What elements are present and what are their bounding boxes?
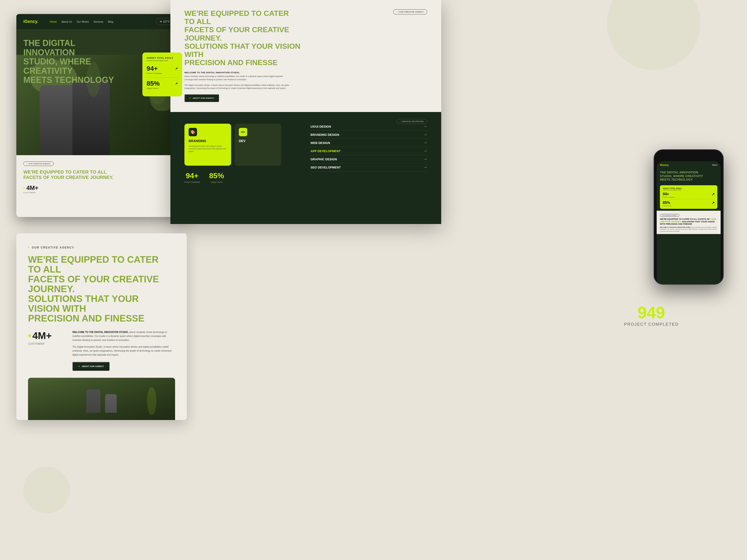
about-heading-highlight: YOUR CREATIVE JOURNEY. [51,175,113,180]
large-stat-number: 949 [591,303,712,322]
service-item-5[interactable]: GRAPHIC DESIGN → [310,155,427,163]
nav-blog[interactable]: Blog [108,20,113,23]
bg-circle-1 [607,0,700,70]
hero-title-line2: STUDIO, [23,57,57,66]
phone-clients-value: 85% [663,201,670,205]
dev-icon: </> [239,128,247,136]
bottom-left-window: OUR CREATIVE AGENCY WE'RE EQUIPPED TO CA… [16,233,187,420]
nav-home[interactable]: Home [50,20,57,23]
phone-menu-label[interactable]: Menu [712,164,717,166]
center-agency-tag[interactable]: • OUR CREATIVE AGENCY [393,9,427,15]
main-heading-l1: WE'RE EQUIPPED TO CATER TO ALL [28,254,158,274]
stat-4m-block: • 4M+ [28,330,66,341]
service-arrow-1: → [423,124,427,129]
main-heading-l3: SOLUTIONS THAT YOUR VISION WITH [28,294,139,314]
large-stat-label: Project Completed [591,322,712,327]
center-heading-l4: PRECISION AND FINESSE [184,58,278,67]
stat-dot: • [23,185,25,191]
service-arrow-5: → [423,157,427,161]
about-bold-intro: WELCOME TO THE DIGITAL INNOVATION STUDIO… [72,331,129,334]
about-section-left: • OUR CREATIVE AGENCY WE'RE EQUIPPED TO … [16,155,187,217]
stats-card-subtitle: A future-focused digital studio [147,60,178,61]
branding-title: BRANDING [189,139,227,143]
service-cards: 🎨 BRANDING harnessing the power technolo… [184,124,301,166]
center-heading-l2: FACETS OF [184,25,227,34]
cta-label: ABOUT OUR AGENCY [82,365,104,368]
hero-title: THE DIGITAL INNOVATION STUDIO, WHERE CRE… [23,38,117,85]
phone-hero-title: THE DIGITAL INNOVATION STUDIO, WHERE CRE… [660,170,717,182]
main-big-heading: WE'RE EQUIPPED TO CATER TO ALL FACETS OF… [28,255,173,323]
email-icon: ✉ [160,20,162,23]
stat-big-projects-num: 94+ [184,171,200,180]
services-layout: 🎨 BRANDING harnessing the power technolo… [184,119,427,183]
stats-card-title: AGENCY TOTAL GOALS [147,57,178,59]
service-list: UX/UI DESIGN → BRANDING DESIGN → WEB DES… [310,123,427,171]
phone-screen: iGency. Menu THE DIGITAL INNOVATION STUD… [656,161,721,285]
service-arrow-4: → [423,149,427,153]
dev-title: DEV [239,139,277,143]
center-heading-l1: WE'RE EQUIPPED TO CATER TO ALL [184,9,289,26]
about-columns: • 4M+ CUSTOMER WELCOME TO THE DIGITAL IN… [28,330,175,371]
center-body: WELCOME TO THE DIGITAL INNOVATION STUDIO… [184,72,292,90]
service-label-4: APP DEVELOPMENT [310,149,341,153]
stat-big-clients-num: 85% [209,171,224,180]
hero-text: THE DIGITAL INNOVATION STUDIO, WHERE CRE… [23,38,117,85]
bullet-icon: • [26,163,27,165]
phone-stats-sub: A future-focused digital studio [663,189,715,191]
about-para-1: WELCOME TO THE DIGITAL INNOVATION STUDIO… [72,330,175,342]
stats-card: AGENCY TOTAL GOALS A future-focused digi… [143,53,182,96]
nav-services[interactable]: Services [94,20,103,23]
phone-about-bold: WELCOME TO THE DIGITAL INNOVATION STUDIO… [660,226,691,228]
our-creative-agency-tag: • OUR CREATIVE AGENCY [23,161,54,166]
service-item-2[interactable]: BRANDING DESIGN → [310,131,427,139]
stats-row: 94+ Project Completed 85% Happy Clients [184,171,301,183]
phone-notch [677,155,700,159]
about-agency-button[interactable]: ↗ ABOUT OUR AGENCY [184,94,219,102]
nav-about[interactable]: About Us [61,20,72,23]
office-plant [147,387,156,415]
branding-icon: 🎨 [189,128,197,136]
dev-icon-label: </> [241,130,245,134]
stat-customers-label: CUSTOMER [23,192,180,194]
stat-clients-big: 85% Happy Clients [209,171,224,183]
about-heading-line2: FACETS OF [23,175,50,180]
phone-navbar: iGency. Menu [656,161,721,169]
phone-stat-projects: 94+ ↗ Project Completed [663,192,715,198]
service-item-6[interactable]: SEO DEVELOPMENT → [310,163,427,171]
stat-big-clients-label: Happy Clients [209,181,224,183]
phone-logo-text: Gency. [661,164,669,166]
stat-customers-value: 4M+ [26,184,38,192]
creative-label-text: OUR CREATIVE AGENCY [32,246,74,249]
about-para-2: The Digital Innovation Studio, a haven w… [72,345,175,357]
service-item-3[interactable]: WEB DESIGN → [310,139,427,147]
about-heading-line1: WE'RE EQUIPPED TO CATER TO ALL [23,169,106,175]
phone-title-l1: THE DIGITAL INNOVATION [660,170,698,174]
phone-stat-clients: 85% ↗ Happy Clients [663,201,715,207]
phone-mockup: iGency. Menu THE DIGITAL INNOVATION STUD… [654,149,724,285]
services-tag-label: SERVICES WE PROVIDE [402,121,424,123]
nav-links: Home About Us Our Works Services Blog [50,20,149,23]
service-item-4[interactable]: APP DEVELOPMENT → [310,147,427,155]
services-tag[interactable]: • SERVICES WE PROVIDE [396,119,427,124]
services-left: 🎨 BRANDING harnessing the power technolo… [184,119,301,183]
stat-projects-label: Project Completed [147,72,178,75]
service-arrow-6: → [423,165,427,169]
service-card-dev: </> DEV [235,124,281,166]
nav-works[interactable]: Our Works [77,20,89,23]
phone-projects-value: 94+ [663,192,669,196]
phone-about-body: WELCOME TO THE DIGITAL INNOVATION STUDIO… [660,226,717,232]
center-main-heading: WE'RE EQUIPPED TO CATER TO ALL FACETS OF… [184,9,301,67]
service-label-2: BRANDING DESIGN [310,133,339,136]
center-body-para2: The Digital Innovation Studio, a haven w… [184,84,292,90]
about-cta-button[interactable]: ↗ ABOUT OUR AGENCY [72,362,109,371]
phone-about-heading: WE'RE EQUIPPED TO CATER TO ALL FACETS OF… [660,218,717,225]
about-heading: WE'RE EQUIPPED TO CATER TO ALL FACETS OF… [23,169,121,180]
mini-office-image [28,378,175,420]
large-stat-area: 949 Project Completed [591,303,712,327]
logo-text: Gency. [25,19,38,24]
center-about-section: • OUR CREATIVE AGENCY WE'RE EQUIPPED TO … [171,0,441,112]
about-main-section: OUR CREATIVE AGENCY WE'RE EQUIPPED TO CA… [16,233,187,378]
customer-stat: • 4M+ [23,184,180,192]
phone-clients-label: Happy Clients [663,205,715,207]
about-stat-column: • 4M+ CUSTOMER [28,330,66,371]
